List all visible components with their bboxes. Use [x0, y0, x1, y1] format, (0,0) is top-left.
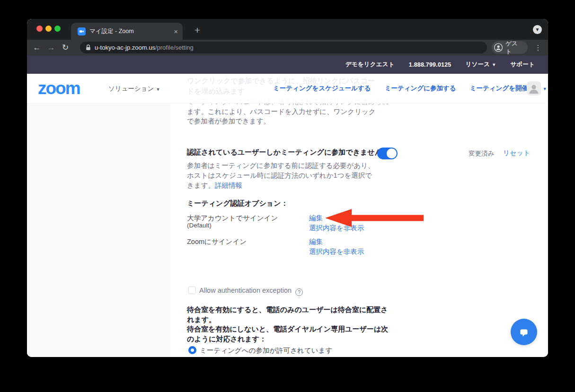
radio-allow-join-label: ミーティングへの参加が許可されています	[200, 346, 332, 355]
tab-title: マイ設定 - Zoom	[89, 27, 171, 35]
guest-profile-button[interactable]: ゲスト	[492, 41, 528, 54]
auth-setting-title: 認証されているユーザーしかミーティングに参加できません	[187, 148, 382, 157]
auth-setting-desc: ホストはスケジュール時に認証方法のいずれか1つを選択で	[187, 171, 372, 181]
waiting-room-text: 待合室を有効にしないと、電話ダイヤルイン専用ユーザーは次のように対応されます：	[187, 324, 388, 344]
tab-close-icon[interactable]: ×	[174, 27, 178, 35]
back-icon[interactable]: ←	[30, 43, 44, 52]
camera-icon	[79, 29, 84, 34]
minimize-window-button[interactable]	[45, 26, 52, 32]
auth-setting-desc: 参加者はミーティングに参加する前に認証する必要があり、	[187, 161, 375, 171]
settings-sidebar	[27, 103, 170, 357]
auth-exception-checkbox[interactable]	[188, 287, 196, 294]
page-content: ワンクリックで参加できるように、招待リンクにパスコー ドを埋め込みます ミーティ…	[27, 74, 548, 357]
profile-avatar[interactable]	[527, 81, 541, 96]
auth-options-heading: ミーティング認証オプション：	[187, 199, 288, 208]
browser-toolbar: ← → ↻ u-tokyo-ac-jp.zoom.us/profile/sett…	[27, 40, 548, 55]
chat-help-button[interactable]	[511, 319, 537, 345]
hide-selection-link[interactable]: 選択内容を非表示	[309, 247, 364, 256]
changed-badge: 変更済み	[469, 149, 494, 158]
fullscreen-window-button[interactable]	[54, 26, 61, 32]
join-meeting-link[interactable]: ミーティングに参加する	[385, 84, 456, 93]
desktop-background: マイ設定 - Zoom × + ▼ ← → ↻ u-tokyo-ac-jp.zo…	[0, 0, 575, 392]
zoom-favicon-icon	[78, 27, 86, 35]
schedule-meeting-link[interactable]: ミーティングをスケジュールする	[273, 84, 371, 93]
toggle-knob	[387, 148, 397, 158]
red-arrow-annotation	[324, 208, 425, 228]
chevron-down-icon: ▼	[156, 87, 160, 92]
tab-search-button[interactable]: ▼	[533, 25, 542, 34]
prev-setting-text: ます。これにより、パスコードを入力せずに、ワンクリック	[187, 107, 376, 117]
radio-allow-join[interactable]	[188, 346, 196, 354]
prev-setting-text: で参加者が参加できます。	[187, 116, 270, 126]
site-header: zoom ソリューション▼ ミーティングをスケジュールする ミーティングに参加す…	[27, 74, 548, 104]
reload-icon[interactable]: ↻	[58, 43, 72, 52]
request-demo-link[interactable]: デモをリクエスト	[345, 61, 395, 69]
url-domain: u-tokyo-ac-jp.zoom.us	[95, 44, 155, 51]
auth-option-name: Zoomにサインイン	[187, 237, 247, 246]
auth-setting-desc: きます。詳細情報	[187, 181, 242, 191]
url-path: /profile/setting	[155, 44, 194, 51]
url-text: u-tokyo-ac-jp.zoom.us/profile/setting	[95, 44, 194, 51]
learn-more-link[interactable]: 詳細情報	[215, 182, 242, 189]
edit-link[interactable]: 編集	[309, 237, 323, 246]
support-link[interactable]: サポート	[510, 61, 535, 69]
header-links: ミーティングをスケジュールする ミーティングに参加する ミーティングを開催する▼	[273, 74, 547, 103]
help-icon[interactable]: ?	[295, 288, 303, 296]
chevron-down-icon: ▼	[492, 62, 496, 67]
auth-setting-toggle[interactable]	[377, 148, 398, 159]
browser-menu-icon[interactable]: ⋮	[532, 40, 544, 55]
new-tab-button[interactable]: +	[190, 23, 204, 37]
address-bar[interactable]: u-tokyo-ac-jp.zoom.us/profile/setting	[80, 42, 487, 53]
auth-exception-label: Allow authentication exception?	[199, 287, 303, 296]
guest-label: ゲスト	[505, 40, 523, 56]
waiting-room-text: 待合室を有効にすると、電話のみのユーザーは待合室に配置されます。	[187, 305, 388, 324]
speech-bubble-icon	[518, 326, 530, 338]
lock-icon	[86, 44, 91, 51]
zoom-logo[interactable]: zoom	[38, 78, 80, 99]
solutions-menu[interactable]: ソリューション▼	[108, 85, 160, 93]
auth-option-default: (Default)	[187, 222, 212, 229]
chevron-down-icon: ▼	[543, 87, 547, 91]
edit-link[interactable]: 編集	[309, 214, 323, 223]
forward-icon[interactable]: →	[44, 43, 58, 52]
person-icon	[527, 81, 541, 96]
site-top-nav: デモをリクエスト 1.888.799.0125 リソース▼ サポート	[27, 55, 548, 74]
phone-number[interactable]: 1.888.799.0125	[409, 61, 451, 68]
browser-tab[interactable]: マイ設定 - Zoom ×	[71, 23, 183, 40]
browser-window: マイ設定 - Zoom × + ▼ ← → ↻ u-tokyo-ac-jp.zo…	[27, 19, 548, 357]
tab-strip: マイ設定 - Zoom × + ▼	[27, 19, 548, 40]
resources-menu[interactable]: リソース▼	[466, 61, 496, 69]
person-icon	[494, 43, 503, 52]
reset-link[interactable]: リセット	[503, 149, 530, 157]
close-window-button[interactable]	[36, 26, 43, 32]
